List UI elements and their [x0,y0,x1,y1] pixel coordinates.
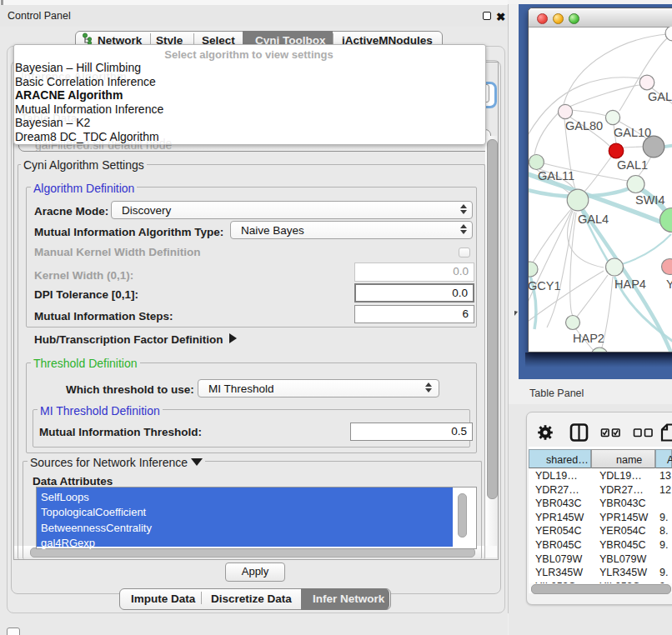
svg-text:GAL4: GAL4 [578,212,609,226]
svg-text:Y: Y [666,278,672,291]
svg-text:GAL2: GAL2 [648,90,672,103]
svg-text:HAP4: HAP4 [614,278,646,291]
svg-text:GAL10: GAL10 [614,126,651,139]
svg-text:SWI4: SWI4 [635,193,664,207]
svg-text:GAL11: GAL11 [538,169,574,182]
svg-text:GCY1: GCY1 [529,279,561,292]
svg-text:GAL1: GAL1 [617,158,648,172]
svg-text:HAP2: HAP2 [573,332,604,345]
svg-text:GAL80: GAL80 [565,119,603,132]
